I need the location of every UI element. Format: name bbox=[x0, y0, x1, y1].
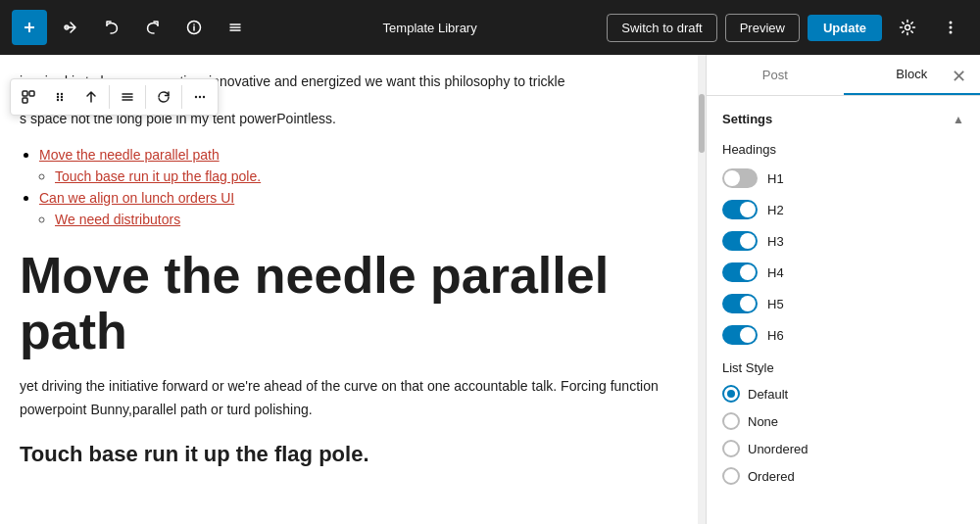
align-button[interactable] bbox=[112, 81, 143, 113]
heading-h3-label: H3 bbox=[767, 234, 784, 249]
chevron-up-icon[interactable]: ▲ bbox=[953, 113, 964, 126]
list-style-none-label: None bbox=[748, 414, 778, 429]
heading-h2-label: H2 bbox=[767, 203, 784, 217]
list-view-button[interactable] bbox=[218, 10, 253, 45]
svg-point-16 bbox=[57, 93, 59, 95]
svg-rect-14 bbox=[29, 91, 34, 96]
scrollbar[interactable] bbox=[698, 55, 706, 524]
heading-h6-row: H6 bbox=[722, 325, 964, 345]
scroll-thumb[interactable] bbox=[699, 94, 705, 153]
list-style-unordered-row: Unordered bbox=[722, 440, 964, 457]
topbar: Template Library Switch to draft Preview… bbox=[0, 0, 980, 55]
switch-to-draft-button[interactable]: Switch to draft bbox=[607, 14, 716, 42]
heading-h1-label: H1 bbox=[767, 171, 784, 186]
svg-point-25 bbox=[195, 96, 197, 98]
editor-content[interactable]: inspired is to become creative, innovati… bbox=[0, 55, 706, 524]
svg-rect-13 bbox=[23, 91, 27, 96]
heading-h1-toggle[interactable] bbox=[722, 168, 758, 188]
heading-h5-row: H5 bbox=[722, 294, 964, 313]
svg-point-20 bbox=[57, 99, 59, 101]
svg-point-27 bbox=[203, 96, 205, 98]
panel-body: Settings ▲ Headings H1 H2 H3 H4 bbox=[707, 96, 980, 524]
toolbar-divider-2 bbox=[145, 85, 146, 109]
refresh-button[interactable] bbox=[148, 81, 179, 113]
svg-point-19 bbox=[61, 96, 63, 98]
add-block-button[interactable] bbox=[12, 10, 47, 45]
svg-point-10 bbox=[950, 22, 953, 24]
svg-point-12 bbox=[950, 31, 953, 34]
list-style-default-label: Default bbox=[748, 387, 788, 402]
sub-list-2: We need distributors bbox=[55, 211, 686, 228]
sub-heading: Touch base run it up the flag pole. bbox=[20, 442, 686, 467]
sub-list-1: Touch base run it up the flag pole. bbox=[55, 167, 686, 185]
redo-button[interactable] bbox=[135, 10, 171, 45]
toolbar-divider-3 bbox=[181, 85, 182, 109]
tools-button[interactable] bbox=[53, 10, 88, 45]
tab-post[interactable]: Post bbox=[707, 55, 844, 95]
heading-h3-toggle[interactable] bbox=[722, 231, 758, 251]
heading-h3-row: H3 bbox=[722, 231, 964, 251]
list-link-1[interactable]: Move the needle parallel path bbox=[39, 147, 220, 163]
list-style-ordered-radio[interactable] bbox=[722, 467, 740, 485]
list-link-2-1[interactable]: We need distributors bbox=[55, 212, 180, 227]
list-style-none-row: None bbox=[722, 412, 964, 430]
svg-point-17 bbox=[61, 93, 63, 95]
heading-h2-toggle[interactable] bbox=[722, 200, 758, 219]
list-style-unordered-label: Unordered bbox=[748, 442, 808, 456]
drag-handle-button[interactable] bbox=[44, 81, 75, 113]
list-item: Touch base run it up the flag pole. bbox=[55, 167, 686, 185]
heading-h4-label: H4 bbox=[767, 265, 784, 280]
heading-h1-row: H1 bbox=[722, 168, 964, 188]
outline-list: Move the needle parallel path Touch base… bbox=[39, 146, 686, 228]
body-text: yet driving the initiative forward or we… bbox=[20, 375, 686, 422]
update-button[interactable]: Update bbox=[808, 15, 882, 41]
settings-section-header: Settings ▲ bbox=[722, 112, 964, 126]
panel-close-button[interactable]: ✕ bbox=[945, 63, 972, 90]
list-style-label: List Style bbox=[722, 360, 964, 375]
topbar-center: Template Library bbox=[261, 21, 599, 35]
block-type-button[interactable] bbox=[13, 81, 44, 113]
svg-point-26 bbox=[199, 96, 201, 98]
preview-button[interactable]: Preview bbox=[725, 14, 800, 42]
heading-h6-toggle[interactable] bbox=[722, 325, 758, 345]
list-item: Can we align on lunch orders UI We need … bbox=[39, 189, 686, 228]
list-style-none-radio[interactable] bbox=[722, 412, 740, 430]
block-toolbar bbox=[10, 78, 219, 116]
svg-point-5 bbox=[193, 24, 195, 25]
list-item: Move the needle parallel path Touch base… bbox=[39, 146, 686, 185]
list-link-2[interactable]: Can we align on lunch orders UI bbox=[39, 190, 234, 206]
svg-point-21 bbox=[61, 99, 63, 101]
move-up-button[interactable] bbox=[75, 81, 107, 113]
more-block-options-button[interactable] bbox=[184, 81, 216, 113]
heading-h6-label: H6 bbox=[767, 328, 784, 343]
more-options-button[interactable] bbox=[933, 10, 968, 45]
right-panel: Post Block ✕ Settings ▲ Headings H1 H2 bbox=[706, 55, 980, 524]
panel-tabs: Post Block ✕ bbox=[707, 55, 980, 96]
svg-rect-15 bbox=[23, 98, 27, 103]
settings-label: Settings bbox=[722, 112, 772, 126]
topbar-right: Switch to draft Preview Update bbox=[607, 10, 968, 45]
list-style-ordered-label: Ordered bbox=[748, 469, 795, 484]
list-style-default-radio[interactable] bbox=[722, 385, 740, 403]
heading-h5-label: H5 bbox=[767, 297, 784, 311]
info-button[interactable] bbox=[176, 10, 212, 45]
heading-h4-row: H4 bbox=[722, 262, 964, 282]
list-link-1-1[interactable]: Touch base run it up the flag pole. bbox=[55, 168, 261, 184]
svg-point-11 bbox=[950, 26, 953, 29]
heading-h5-toggle[interactable] bbox=[722, 294, 758, 313]
main-area: inspired is to become creative, innovati… bbox=[0, 55, 980, 524]
heading-h4-toggle[interactable] bbox=[722, 262, 758, 282]
undo-button[interactable] bbox=[94, 10, 129, 45]
svg-point-9 bbox=[906, 25, 910, 30]
settings-button[interactable] bbox=[890, 10, 925, 45]
svg-point-18 bbox=[57, 96, 59, 98]
list-item: We need distributors bbox=[55, 211, 686, 228]
heading-h2-row: H2 bbox=[722, 200, 964, 219]
toolbar-divider bbox=[109, 85, 110, 109]
main-heading: Move the needle parallel path bbox=[20, 248, 686, 359]
editor-area: inspired is to become creative, innovati… bbox=[0, 55, 706, 524]
topbar-left bbox=[12, 10, 253, 45]
list-style-unordered-radio[interactable] bbox=[722, 440, 740, 457]
page-title: Template Library bbox=[383, 21, 477, 35]
headings-label: Headings bbox=[722, 142, 964, 157]
